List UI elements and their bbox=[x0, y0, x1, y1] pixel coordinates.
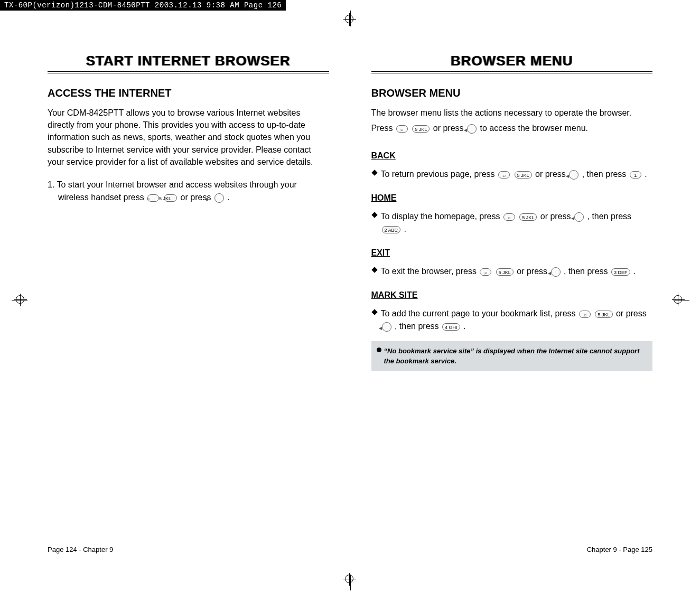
mark-d: . bbox=[463, 322, 465, 331]
page-spread: START INTERNET BROWSER ACCESS THE INTERN… bbox=[48, 53, 652, 553]
home-d: . bbox=[404, 224, 406, 233]
right-intro-line1: The browser menu lists the actions neces… bbox=[371, 107, 653, 119]
mark-b: or press bbox=[616, 309, 647, 318]
step1-text-c: . bbox=[227, 193, 229, 202]
intro-b3: to access the browser menu. bbox=[480, 124, 588, 133]
registration-mark-right bbox=[674, 295, 684, 306]
exit-bullet: To exit the browser, press ⌕ 5 JKL or pr… bbox=[371, 265, 653, 278]
registration-mark-left bbox=[16, 295, 26, 306]
diamond-bullet-icon bbox=[371, 267, 377, 273]
left-intro-paragraph: Your CDM-8425PTT allows you to browse va… bbox=[48, 107, 329, 168]
nav-key-icon bbox=[569, 170, 578, 180]
mark-bullet: To add the current page to your bookmark… bbox=[371, 307, 653, 333]
right-page-title: BROWSER MENU bbox=[371, 53, 653, 73]
back-bullet: To return previous page, press ⌕ 5 JKL o… bbox=[371, 168, 653, 181]
softkey-icon: ⌕ bbox=[480, 268, 491, 276]
exit-a: To exit the browser, press bbox=[381, 267, 479, 276]
key-5-icon: 5 JKL bbox=[595, 311, 612, 318]
subheading-exit: EXIT bbox=[371, 248, 653, 258]
pdf-header-strip: TX-60P(verizon)1213-CDM-8450PTT 2003.12.… bbox=[0, 0, 286, 11]
back-d: . bbox=[645, 170, 647, 179]
key-5-icon: 5 JKL bbox=[515, 171, 532, 179]
step1-text-b: or press bbox=[181, 193, 213, 202]
key-5-icon: 5 JKL bbox=[412, 125, 430, 133]
diamond-bullet-icon bbox=[371, 212, 377, 218]
registration-mark-top bbox=[345, 15, 356, 25]
right-page: BROWSER MENU BROWSER MENU The browser me… bbox=[371, 53, 653, 553]
diamond-bullet-icon bbox=[371, 309, 377, 315]
mark-c: , then press bbox=[395, 322, 441, 331]
home-a: To display the homepage, press bbox=[381, 212, 502, 221]
exit-b: or press bbox=[517, 267, 549, 276]
home-bullet: To display the homepage, press ⌕ 5 JKL o… bbox=[371, 210, 653, 236]
nav-key-icon bbox=[551, 267, 561, 277]
right-footer: Chapter 9 - Page 125 bbox=[371, 524, 653, 553]
home-c: , then press bbox=[587, 212, 631, 221]
softkey-icon: ⌕ bbox=[147, 194, 159, 202]
key-5-icon: 5 JKL bbox=[164, 194, 178, 202]
nav-key-icon bbox=[382, 322, 391, 332]
softkey-icon: ⌕ bbox=[579, 311, 591, 318]
exit-d: . bbox=[633, 267, 636, 276]
note-box: “No bookmark service site” is displayed … bbox=[371, 341, 653, 371]
left-footer: Page 124 - Chapter 9 bbox=[48, 524, 329, 553]
softkey-icon: ⌕ bbox=[503, 213, 515, 221]
key-4-icon: 4 GHI bbox=[442, 323, 460, 331]
subheading-mark-site: MARK SITE bbox=[371, 290, 653, 300]
right-intro-line2: Press ⌕ 5 JKL or press to access the bro… bbox=[371, 122, 653, 134]
left-page-title: START INTERNET BROWSER bbox=[48, 53, 329, 73]
left-page: START INTERNET BROWSER ACCESS THE INTERN… bbox=[48, 53, 329, 553]
nav-key-icon bbox=[467, 124, 477, 134]
softkey-icon: ⌕ bbox=[498, 171, 510, 179]
nav-key-icon bbox=[214, 193, 224, 203]
note-text: “No bookmark service site” is displayed … bbox=[384, 347, 640, 364]
subheading-back: BACK bbox=[371, 151, 653, 161]
intro-b1: Press bbox=[371, 124, 395, 133]
left-section-heading: ACCESS THE INTERNET bbox=[48, 87, 329, 99]
mark-a: To add the current page to your bookmark… bbox=[381, 309, 578, 318]
back-b: or press bbox=[535, 170, 568, 179]
intro-b2: or press bbox=[433, 124, 466, 133]
nav-key-icon bbox=[574, 212, 584, 222]
softkey-icon: ⌕ bbox=[396, 125, 408, 133]
diamond-bullet-icon bbox=[371, 170, 377, 176]
back-a: To return previous page, press bbox=[381, 170, 498, 179]
key-3-icon: 3 DEF bbox=[611, 268, 630, 276]
bullet-dot-icon bbox=[377, 348, 381, 352]
home-b: or press bbox=[540, 212, 573, 221]
registration-mark-bottom bbox=[345, 575, 356, 585]
left-step-1: 1. To start your Internet browser and ac… bbox=[48, 179, 329, 204]
exit-c: , then press bbox=[564, 267, 610, 276]
key-1-icon: 1 bbox=[630, 171, 641, 179]
key-5-icon: 5 JKL bbox=[496, 268, 514, 276]
subheading-home: HOME bbox=[371, 193, 653, 203]
key-5-icon: 5 JKL bbox=[519, 213, 537, 221]
key-2-icon: 2 ABC bbox=[382, 226, 401, 233]
right-section-heading: BROWSER MENU bbox=[371, 87, 653, 99]
back-c: , then press bbox=[582, 170, 629, 179]
